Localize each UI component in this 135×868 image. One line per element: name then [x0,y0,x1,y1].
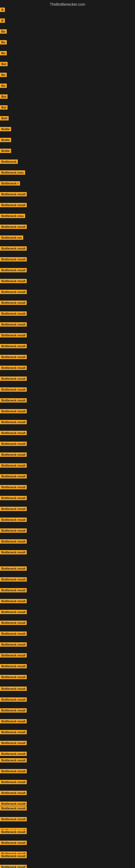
badge-item: Bottleneck result [0,442,27,447]
badge-item: Bottleneck result [0,333,27,339]
badge-label: Bottleneck result [0,192,27,196]
badge-label: Bottleneck result [0,631,27,636]
badge-label: Bottleneck result [0,311,27,316]
badge-item: Bottleneck result [0,610,27,615]
badge-item: B [0,19,5,24]
badge-label: Bottleneck result [0,539,27,544]
badge-label: Bottleneck result [0,686,27,691]
badge-label: Bottleneck [0,159,18,164]
badge-label: Bottleneck result [0,463,27,468]
badge-item: Bottleneck result [0,830,27,835]
badge-item: Bottleneck result [0,355,27,360]
badge-label: Bottleneck result [0,388,27,392]
badge-label: Bottleneck resu [0,170,25,175]
badge-item: Bottleneck result [0,474,27,479]
badge-label: Bottleneck result [0,301,27,305]
badge-label: Bottleneck result [0,355,27,359]
badge-item: Bottleneck result [0,225,27,230]
badge-item: Bottleneck result [0,398,27,404]
badge-item: Bottleneck result [0,257,27,262]
badge-label: Bottle [0,127,11,131]
badge-item: Bottleneck result [0,621,27,626]
badge-item: Bottleneck result [0,246,27,252]
badge-label: Bottleneck result [0,599,27,603]
badge-item: Bottleneck result [0,841,27,846]
badge-item: Bottle [0,138,11,143]
badge-item: Bottleneck result [0,780,27,785]
badge-label: Bottleneck result [0,290,27,294]
badge-item: Bottleneck result [0,268,27,273]
badge-item: Bottleneck result [0,577,27,583]
badge-label: Bottleneck result [0,453,27,457]
badge-label: Bottleneck result [0,806,27,810]
badge-item: Bottleneck result [0,599,27,604]
badge-item: Bottleneck result [0,854,27,859]
badge-item: Bottleneck result [0,566,27,572]
badge-item: Bo [0,73,7,78]
badge-label: Bo [0,40,7,44]
badge-item: Bo [0,40,7,45]
badge-item: Bottleneck result [0,463,27,469]
badge-label: Bottleneck result [0,752,27,756]
badge-label: Bottleneck result [0,610,27,614]
badge-item: Bo [0,84,7,89]
badge-label: B [0,19,5,23]
badge-label: Bottleneck result [0,279,27,283]
badge-item: Bot [0,94,8,100]
badge-item: Bottleneck [0,159,18,165]
badge-item: Bottleneck result [0,791,27,796]
badge-label: Bottleneck result [0,780,27,784]
badge-item: Bottleneck result [0,344,27,349]
badge-label: Bottleneck result [0,507,27,511]
badge-label: Bottleneck result [0,474,27,478]
badge-label: Bo [0,29,7,34]
badge-item: Bottleneck result [0,539,27,545]
badge-label: Bottleneck result [0,225,27,229]
badge-item: Bottleneck result [0,192,27,197]
badge-label: Bottleneck result [0,528,27,533]
badge-item: Bottleneck result [0,290,27,295]
badge-item: Bottleneck result [0,301,27,306]
badge-label: Bottleneck result [0,496,27,500]
badge-item: Bottleneck result [0,806,27,812]
badge-item: Bottleneck result [0,409,27,414]
badge-label: Bottleneck result [0,830,27,834]
badge-item: Bottleneck result [0,741,27,746]
badge-label: Bottleneck resu [0,214,25,218]
badge-item: Bo [0,51,7,56]
badge-item: Bottleneck result [0,675,27,680]
badge-label: Bottleneck result [0,698,27,702]
badge-item: Bottle [0,149,11,154]
badge-item: Bottleneck resu [0,214,25,219]
badge-label: Bottleneck result [0,664,27,669]
badge-item: Bottleneck result [0,203,27,208]
badge-item: Bottleneck result [0,322,27,328]
badge-item: Bott [0,116,9,122]
badge-label: B [0,8,5,12]
badge-label: Bo [0,51,7,55]
badge-item: Bottleneck result [0,485,27,490]
badge-item: Bottleneck result [0,752,27,757]
badge-label: Bottleneck result [0,257,27,261]
badge-item: Bottleneck result [0,388,27,393]
badge-label: Bottleneck r [0,181,20,186]
badge-label: Bottleneck result [0,802,27,806]
badge-item: Bottleneck result [0,865,27,868]
badge-item: Bottleneck result [0,528,27,534]
badge-label: Bottleneck result [0,741,27,745]
badge-item: Bottleneck result [0,698,27,703]
badge-item: Bottleneck result [0,420,27,425]
badge-item: Bottleneck result [0,279,27,284]
badge-label: Bottleneck result [0,420,27,424]
badge-label: Bottleneck result [0,246,27,251]
badge-label: Bottleneck result [0,708,27,713]
badge-item: Bottleneck result [0,453,27,458]
badge-item: Bottleneck result [0,507,27,512]
badge-label: Bottleneck result [0,865,27,868]
badge-item: Bottleneck result [0,817,27,823]
badge-label: Bottleneck result [0,550,27,554]
badge-label: Bot [0,105,8,110]
badge-label: Bot [0,62,8,66]
badge-item: Bottleneck result [0,769,27,774]
badge-item: Bot [0,105,8,111]
